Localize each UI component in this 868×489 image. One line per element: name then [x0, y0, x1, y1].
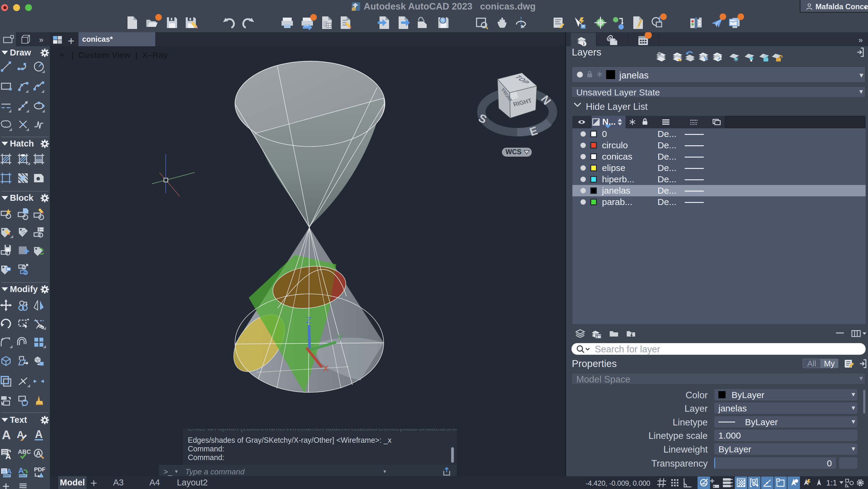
svg-text:ABC: ABC [18, 449, 31, 455]
svg-text:X: X [323, 363, 329, 373]
svg-text:Y: Y [337, 332, 343, 342]
svg-text:A: A [35, 428, 43, 441]
svg-text:i: i [583, 41, 584, 46]
svg-text:1:1: 1:1 [826, 478, 837, 487]
svg-text:A: A [5, 452, 11, 461]
svg-text:A: A [18, 466, 24, 475]
svg-text:PDF: PDF [34, 466, 45, 472]
svg-text:A: A [2, 428, 11, 442]
svg-text:A: A [36, 449, 41, 457]
svg-text:A: A [6, 467, 12, 475]
svg-text:Z: Z [306, 315, 311, 325]
svg-text:»: » [859, 35, 863, 44]
svg-text:WCS: WCS [505, 148, 522, 156]
